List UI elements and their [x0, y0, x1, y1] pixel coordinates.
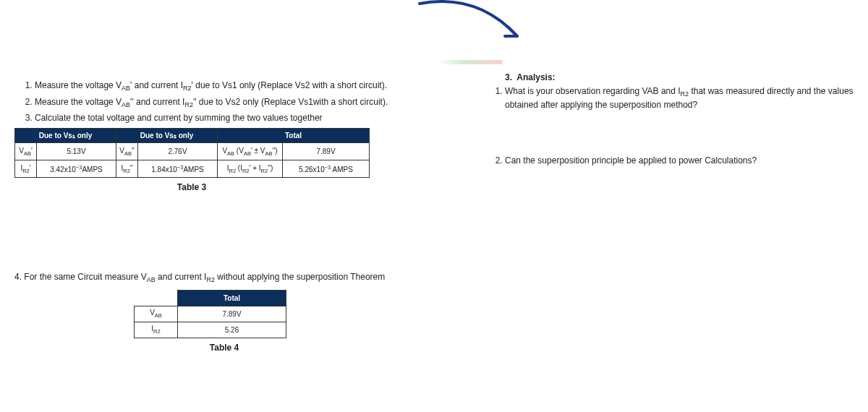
table-row: IR2′ 3.42x10−3AMPS IR2′′ 1.84x10−3AMPS I…	[15, 160, 370, 178]
cell: VAB′′	[116, 143, 138, 160]
cell: IR2 (IR2′ + IR2′′)	[218, 160, 283, 178]
cell: 7.89V	[283, 143, 370, 160]
table-row: IR2 5.26	[135, 322, 286, 338]
cell: 2.76V	[138, 143, 218, 160]
analysis-heading: 3. Analysis:	[505, 72, 854, 82]
step-4-text: 4. For the same Circuit measure VAB and …	[14, 272, 477, 283]
cell: IR2′	[15, 160, 37, 178]
cell: 1.84x10−3AMPS	[138, 160, 218, 178]
cell: 5.26x10−3 AMPS	[283, 160, 370, 178]
empty-cell	[135, 290, 178, 306]
decorative-bar	[438, 60, 503, 64]
cell: 5.26	[178, 322, 286, 338]
cell: 5.13V	[37, 143, 116, 160]
table-3-caption: Table 3	[14, 182, 369, 192]
cell: IR2′′	[116, 160, 138, 178]
cell: IR2	[135, 322, 178, 338]
question-1: What is your observation regarding VAB a…	[505, 85, 854, 111]
cell: 7.89V	[178, 306, 286, 322]
table-4-caption: Table 4	[87, 343, 362, 353]
analysis-questions: What is your observation regarding VAB a…	[492, 85, 854, 167]
table-3: Due to Vs₁ only Due to Vs₂ only Total VA…	[14, 128, 370, 178]
analysis-number: 3.	[505, 72, 512, 82]
left-column: Measure the voltage VAB' and current IR2…	[14, 80, 477, 353]
table-4: Total VAB 7.89V IR2 5.26	[134, 290, 286, 338]
analysis-label: Analysis:	[516, 72, 555, 82]
table-row: VAB 7.89V	[135, 306, 286, 322]
right-column: 3. Analysis: What is your observation re…	[492, 72, 854, 210]
step-1: Measure the voltage VAB' and current IR2…	[35, 80, 477, 93]
cell: VAB	[135, 306, 178, 322]
t3-header-vs1: Due to Vs₁ only	[15, 129, 116, 143]
cell: 3.42x10−3AMPS	[37, 160, 116, 178]
cell: VAB′	[15, 143, 37, 160]
question-2: Can the superposition principle be appli…	[505, 155, 854, 167]
procedure-list: Measure the voltage VAB' and current IR2…	[14, 80, 477, 124]
cell: VAB (VAB′ ± VAB′′)	[218, 143, 283, 160]
step-3: Calculate the total voltage and current …	[35, 112, 477, 124]
t3-header-total: Total	[218, 129, 370, 143]
step-2: Measure the voltage VAB'' and current IR…	[35, 96, 477, 110]
t4-header-total: Total	[178, 290, 286, 306]
table-row: VAB′ 5.13V VAB′′ 2.76V VAB (VAB′ ± VAB′′…	[15, 143, 370, 160]
t3-header-vs2: Due to Vs₂ only	[116, 129, 218, 143]
curved-arrow-icon	[405, 0, 550, 54]
